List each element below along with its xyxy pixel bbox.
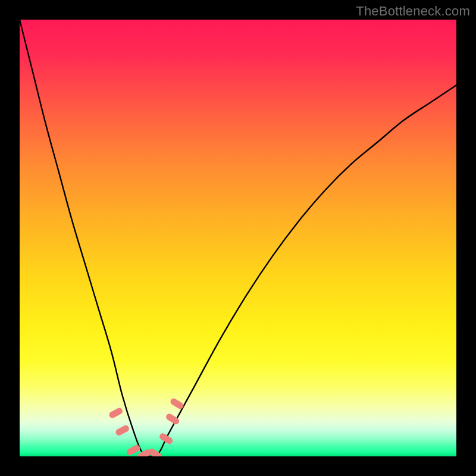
watermark-text: TheBottleneck.com — [356, 4, 470, 19]
marker-group — [108, 397, 185, 456]
plot-area — [20, 20, 456, 456]
curve-marker — [115, 424, 130, 437]
curve-layer — [20, 20, 456, 456]
bottleneck-curve — [20, 20, 456, 456]
curve-marker — [158, 432, 174, 445]
chart-frame: TheBottleneck.com — [0, 0, 476, 476]
curve-marker — [165, 412, 180, 425]
curve-marker — [108, 407, 124, 419]
